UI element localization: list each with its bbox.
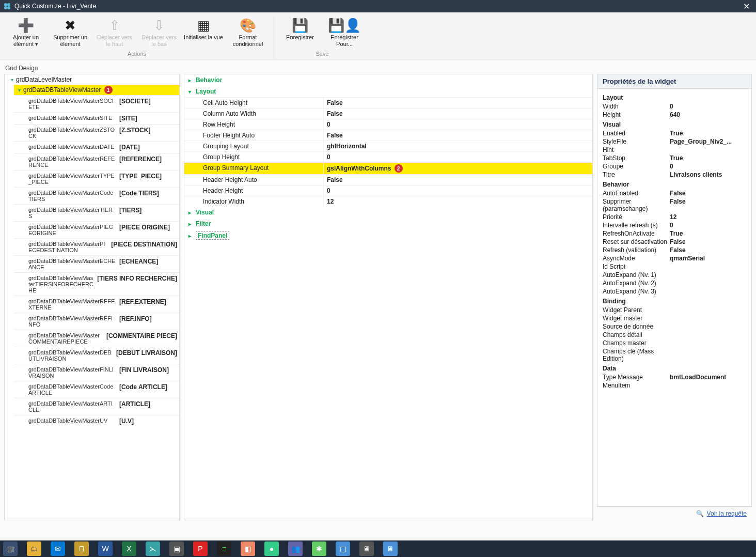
tree-column-item[interactable]: grdDataDBTableViewMasterTIERSINFORECHERC… xyxy=(14,272,179,296)
widget-property-row[interactable]: TabStopTrue xyxy=(603,154,746,162)
ribbon-condfmt-button[interactable]: 🎨Format conditionnel xyxy=(227,16,269,50)
tree-column-item[interactable]: grdDataDBTableViewMasterREFEXTERNE[REF.E… xyxy=(14,296,179,313)
widget-property-value[interactable]: Page_Group_Niv2_... xyxy=(670,138,746,145)
ribbon-del-button[interactable]: ✖Supprimer un élément xyxy=(50,16,91,50)
property-row[interactable]: Group Height0 xyxy=(184,151,592,162)
expand-icon[interactable]: ▾ xyxy=(9,77,15,83)
tree-column-item[interactable]: grdDataDBTableViewMasterCOMMENTAIREPIECE… xyxy=(14,330,179,347)
tree-column-item[interactable]: grdDataDBTableViewMasterSITE[SITE] xyxy=(14,112,179,124)
tree-column-item[interactable]: grdDataDBTableViewMasterREFERENCE[REFERE… xyxy=(14,153,179,170)
widget-property-row[interactable]: Priorité12 xyxy=(603,213,746,221)
tree-column-item[interactable]: grdDataDBTableViewMasterSOCIETE[SOCIETE] xyxy=(14,95,179,112)
widget-property-value[interactable] xyxy=(670,263,746,270)
property-value[interactable]: 0 xyxy=(324,185,592,196)
widget-property-row[interactable]: Groupe0 xyxy=(603,162,746,171)
widget-property-value[interactable]: 0 xyxy=(670,163,746,170)
widget-property-value[interactable] xyxy=(670,146,746,153)
widget-property-row[interactable]: Champs détail xyxy=(603,331,746,339)
widget-property-value[interactable] xyxy=(670,271,746,278)
widget-property-value[interactable]: Livraisons clients xyxy=(670,171,746,178)
widget-property-value[interactable] xyxy=(670,306,746,314)
widget-property-value[interactable]: 0 xyxy=(670,222,746,229)
widget-property-row[interactable]: EnabledTrue xyxy=(603,129,746,137)
tree-column-item[interactable]: grdDataDBTableViewMasterTYPE_PIECE[TYPE_… xyxy=(14,170,179,187)
ribbon-initview-button[interactable]: ▦Initialiser la vue xyxy=(183,16,224,50)
widget-property-row[interactable]: Source de donnée xyxy=(603,322,746,331)
tree-column-item[interactable]: grdDataDBTableViewMasterZSTOCK[Z.STOCK] xyxy=(14,124,179,141)
ribbon-saveas-button[interactable]: 💾👤Enregistrer Pour... xyxy=(324,16,365,50)
widget-property-value[interactable] xyxy=(670,315,746,322)
tree-root[interactable]: ▾ grdDataLevelMaster xyxy=(7,74,179,85)
widget-property-value[interactable]: True xyxy=(670,154,746,162)
inspector-group-visual[interactable]: ▸Visual xyxy=(184,207,592,218)
property-row[interactable]: Group Summary LayoutgslAlignWithColumns2 xyxy=(184,162,592,174)
property-value[interactable]: False xyxy=(324,175,592,185)
widget-property-value[interactable]: 640 xyxy=(670,111,746,118)
widget-property-row[interactable]: Id Script xyxy=(603,262,746,271)
widget-property-row[interactable]: TitreLivraisons clients xyxy=(603,171,746,179)
widget-property-value[interactable]: False xyxy=(670,190,746,197)
widget-property-value[interactable]: True xyxy=(670,230,746,237)
tree-column-item[interactable]: grdDataDBTableViewMasterARTICLE[ARTICLE] xyxy=(14,398,179,415)
widget-property-row[interactable]: Refresh (validation)False xyxy=(603,246,746,254)
widget-property-value[interactable]: False xyxy=(670,238,746,245)
property-row[interactable]: Indicator Width12 xyxy=(184,196,592,207)
widget-property-value[interactable]: 0 xyxy=(670,103,746,110)
widget-property-value[interactable]: 12 xyxy=(670,213,746,221)
tree-column-item[interactable]: grdDataDBTableViewMasterDEBUTLIVRAISON[D… xyxy=(14,347,179,364)
widget-property-value[interactable]: False xyxy=(670,246,746,254)
widget-property-value[interactable]: qmamSerial xyxy=(670,255,746,262)
widget-property-row[interactable]: MenuItem xyxy=(603,381,746,390)
inspector-group-findpanel[interactable]: ▸FindPanel xyxy=(184,229,592,242)
widget-property-row[interactable]: Widget Parent xyxy=(603,306,746,314)
widget-property-row[interactable]: Widget master xyxy=(603,314,746,322)
property-row[interactable]: Header Height0 xyxy=(184,185,592,196)
widget-property-value[interactable] xyxy=(670,348,746,362)
property-row[interactable]: Header Height AutoFalse xyxy=(184,174,592,185)
widget-property-value[interactable]: bmtLoadDocument xyxy=(670,374,746,381)
widget-property-row[interactable]: AutoExpand (Nv. 1) xyxy=(603,271,746,279)
widget-property-row[interactable]: Supprimer (paramschange)False xyxy=(603,197,746,213)
ribbon-save-button[interactable]: 💾Enregistrer xyxy=(279,16,321,50)
tree-column-item[interactable]: grdDataDBTableViewMasterDATE[DATE] xyxy=(14,141,179,153)
tree-column-item[interactable]: grdDataDBTableViewMasterPIECEDESTINATION… xyxy=(14,238,179,255)
widget-property-row[interactable]: AsyncModeqmamSerial xyxy=(603,254,746,262)
tree-column-item[interactable]: grdDataDBTableViewMasterECHEANCE[ECHEANC… xyxy=(14,255,179,272)
widget-property-row[interactable]: Champs master xyxy=(603,339,746,347)
property-row[interactable]: Column Auto WidthFalse xyxy=(184,108,592,119)
widget-property-row[interactable]: Intervalle refresh (s)0 xyxy=(603,221,746,229)
property-row[interactable]: Cell Auto HeightFalse xyxy=(184,97,592,108)
property-row[interactable]: Grouping LayoutghlHorizontal xyxy=(184,141,592,151)
view-query-link[interactable]: Voir la requête xyxy=(707,510,747,517)
property-value[interactable]: 12 xyxy=(324,196,592,207)
widget-property-value[interactable] xyxy=(670,339,746,347)
tree-column-item[interactable]: grdDataDBTableViewMasterPIECEORIGINE[PIE… xyxy=(14,221,179,238)
tree-column-item[interactable]: grdDataDBTableViewMasterTIERS[TIERS] xyxy=(14,204,179,221)
property-value[interactable]: False xyxy=(324,109,592,119)
widget-property-value[interactable] xyxy=(670,288,746,295)
widget-property-row[interactable]: AutoExpand (Nv. 3) xyxy=(603,287,746,296)
ribbon-add-button[interactable]: ➕Ajouter un élément ▾ xyxy=(5,16,46,50)
widget-property-value[interactable] xyxy=(670,280,746,287)
expand-icon[interactable]: ▾ xyxy=(16,87,22,93)
widget-property-row[interactable]: Height640 xyxy=(603,111,746,119)
tree-column-item[interactable]: grdDataDBTableViewMasterUV[U.V] xyxy=(14,415,179,427)
property-row[interactable]: Footer Height AutoFalse xyxy=(184,130,592,141)
widget-property-value[interactable] xyxy=(670,323,746,330)
tree-column-item[interactable]: grdDataDBTableViewMasterREFINFO[REF.INFO… xyxy=(14,313,179,330)
tree-column-item[interactable]: grdDataDBTableViewMasterCodeARTICLE[Code… xyxy=(14,381,179,398)
widget-property-value[interactable] xyxy=(670,331,746,338)
inspector-group-filter[interactable]: ▸Filter xyxy=(184,218,592,229)
property-value[interactable]: 0 xyxy=(324,119,592,130)
tree-column-item[interactable]: grdDataDBTableViewMasterCodeTIERS[Code T… xyxy=(14,187,179,204)
tree-column-item[interactable]: grdDataDBTableViewMasterFINLIVRAISON[FIN… xyxy=(14,364,179,381)
property-value[interactable]: 0 xyxy=(324,152,592,162)
widget-property-row[interactable]: AutoExpand (Nv. 2) xyxy=(603,279,746,287)
property-value[interactable]: ghlHorizontal xyxy=(324,141,592,151)
widget-property-row[interactable]: RefreshOnActivateTrue xyxy=(603,229,746,238)
property-value[interactable]: False xyxy=(324,98,592,108)
inspector-group-behavior[interactable]: ▸Behavior xyxy=(184,74,592,86)
widget-property-row[interactable]: AutoEnabledFalse xyxy=(603,189,746,197)
widget-property-value[interactable]: True xyxy=(670,130,746,137)
widget-property-row[interactable]: Reset sur désactivationFalse xyxy=(603,238,746,246)
